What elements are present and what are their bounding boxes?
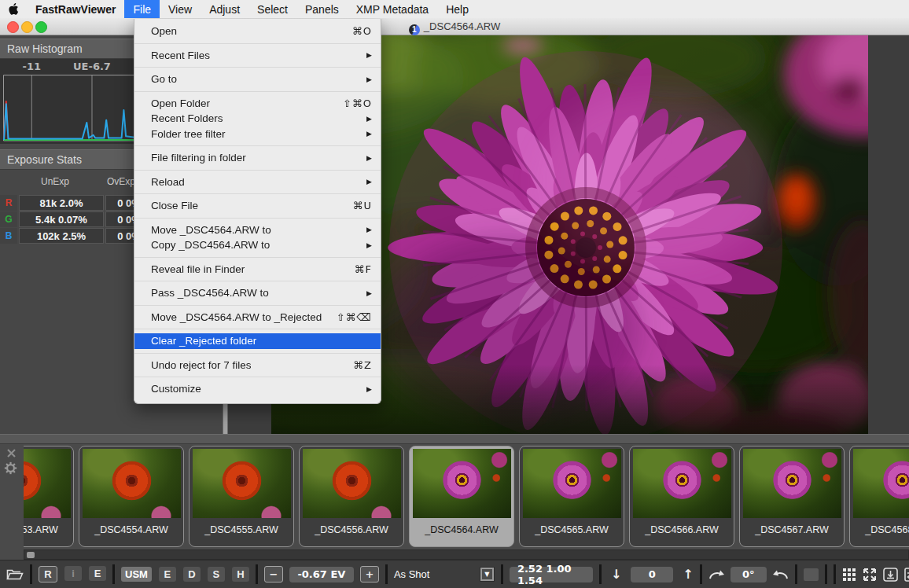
- menu-item-recent-files[interactable]: Recent Files▶: [134, 48, 381, 64]
- toolbar-separator: [599, 564, 602, 584]
- filmstrip-thumb-dsc4565-arw[interactable]: _DSC4565.ARW: [519, 446, 624, 547]
- toolbar-separator: [795, 564, 797, 584]
- thumbnail-image: [853, 449, 909, 518]
- thumbnail-filename: _DSC4556.ARW: [302, 524, 401, 535]
- menu-item-label: Customize: [151, 383, 201, 395]
- export-icon[interactable]: [883, 568, 898, 582]
- menu-item-close-file[interactable]: Close File⌘U: [134, 198, 381, 214]
- menu-item-undo-reject-for-7-files[interactable]: Undo reject for 7 files⌘Z: [134, 358, 381, 373]
- menu-item-label: Copy _DSC4564.ARW to: [151, 239, 270, 251]
- zoom-button[interactable]: [35, 21, 47, 33]
- menu-item-reveal-file-in-finder[interactable]: Reveal file in Finder⌘F: [134, 262, 381, 277]
- dropdown-arrow-button[interactable]: ▼: [480, 567, 495, 582]
- menu-item-label: Reveal file in Finder: [151, 263, 245, 275]
- menubar-item-fastrawviewer[interactable]: FastRawViewer: [27, 0, 124, 18]
- menu-item-pass-dsc4564-arw-to[interactable]: Pass _DSC4564.ARW to▶: [134, 285, 381, 301]
- filmstrip-thumb-dsc4554-arw[interactable]: _DSC4554.ARW: [79, 446, 184, 547]
- thumbnail-image: [413, 449, 511, 518]
- menu-shortcut: ⇧⌘O: [343, 97, 372, 109]
- document-badge-icon: 1: [409, 24, 420, 35]
- rating-value-field[interactable]: 0: [631, 567, 673, 582]
- grid-view-icon[interactable]: [842, 568, 856, 582]
- filmstrip-thumb-dsc4555-arw[interactable]: _DSC4555.ARW: [189, 446, 294, 547]
- menubar-item-adjust[interactable]: Adjust: [201, 0, 248, 18]
- filmstrip-thumbnails: _DSC4553.ARW_DSC4554.ARW_DSC4555.ARW_DSC…: [24, 446, 909, 549]
- filmstrip-thumb-dsc4553-arw[interactable]: _DSC4553.ARW: [24, 446, 74, 547]
- menu-shortcut: ⇧⌘⌫: [337, 311, 372, 323]
- view-e-button[interactable]: E: [159, 567, 176, 582]
- menu-item-label: File filtering in folder: [151, 152, 246, 164]
- toolbar-separator: [30, 564, 32, 584]
- column-header-unexp: UnExp: [41, 176, 69, 187]
- filmstrip-thumb-dsc4568-arw[interactable]: _DSC4568.ARW: [849, 446, 909, 547]
- menu-item-open-folder[interactable]: Open Folder⇧⌘O: [134, 96, 381, 112]
- toolbar-separator: [112, 564, 115, 584]
- submenu-arrow-icon: ▶: [366, 115, 372, 123]
- menu-item-folder-tree-filter[interactable]: Folder tree filter▶: [134, 127, 381, 142]
- thumbnail-filename: _DSC4554.ARW: [82, 524, 181, 535]
- open-folder-icon[interactable]: [6, 568, 24, 580]
- menu-item-clear-rejected-folder[interactable]: Clear _Rejected folder: [134, 333, 381, 349]
- ev-value-field[interactable]: -0.67 EV: [289, 567, 354, 582]
- apple-logo-icon: [9, 3, 19, 15]
- menu-item-label: Move _DSC4564.ARW to _Rejected: [151, 311, 322, 323]
- ev-minus-button[interactable]: −: [264, 566, 283, 582]
- e-button[interactable]: E: [89, 566, 106, 581]
- view-s-button[interactable]: S: [208, 567, 225, 582]
- ev-plus-button[interactable]: +: [360, 566, 379, 582]
- minimize-button[interactable]: [21, 21, 33, 33]
- panel-toggle-icon[interactable]: [904, 568, 909, 582]
- menu-item-go-to[interactable]: Go to▶: [134, 72, 381, 87]
- filmstrip-close-icon[interactable]: [6, 448, 17, 458]
- view-d-button[interactable]: D: [183, 567, 201, 582]
- menu-item-customize[interactable]: Customize▶: [134, 381, 381, 397]
- submenu-arrow-icon: ▶: [366, 241, 372, 249]
- filmstrip-scrollbar[interactable]: [24, 549, 909, 560]
- rotate-ccw-icon[interactable]: [771, 569, 789, 580]
- menu-item-open[interactable]: Open⌘O: [134, 24, 381, 39]
- filmstrip-thumb-dsc4567-arw[interactable]: _DSC4567.ARW: [739, 446, 845, 547]
- menubar-item-panels[interactable]: Panels: [296, 0, 348, 18]
- i-button[interactable]: i: [64, 566, 82, 581]
- menu-item-move-dsc4564-arw-to[interactable]: Move _DSC4564.ARW to▶: [134, 222, 381, 238]
- view-usm-button[interactable]: USM: [121, 567, 152, 582]
- menu-item-copy-dsc4564-arw-to[interactable]: Copy _DSC4564.ARW to▶: [134, 237, 381, 253]
- menu-item-label: Recent Folders: [151, 112, 223, 124]
- fullscreen-icon[interactable]: [863, 568, 877, 582]
- menu-item-recent-folders[interactable]: Recent Folders▶: [134, 111, 381, 127]
- menu-item-reload[interactable]: Reload▶: [134, 175, 381, 190]
- view-h-button[interactable]: H: [232, 567, 249, 582]
- filmstrip-thumb-dsc4564-arw[interactable]: _DSC4564.ARW: [409, 446, 514, 547]
- menu-shortcut: ⌘Z: [353, 359, 372, 371]
- rating-down-button[interactable]: ↓: [611, 567, 621, 582]
- filmstrip-thumb-dsc4556-arw[interactable]: _DSC4556.ARW: [299, 446, 404, 547]
- menubar-item-file[interactable]: File: [124, 0, 160, 18]
- unexp-value: 81k 2.0%: [19, 195, 104, 211]
- rotate-cw-icon[interactable]: [708, 569, 726, 580]
- thumbnail-image: [83, 449, 181, 518]
- thumbnail-image: [743, 449, 841, 518]
- menu-item-file-filtering-in-folder[interactable]: File filtering in folder▶: [134, 150, 381, 166]
- white-balance-dropdown[interactable]: As Shot ▼: [394, 567, 495, 582]
- r-button[interactable]: R: [39, 566, 57, 582]
- filmstrip-scrollbar-thumb[interactable]: [27, 552, 35, 558]
- menu-item-move-dsc4564-arw-to-rejected[interactable]: Move _DSC4564.ARW to _Rejected⇧⌘⌫: [134, 310, 381, 325]
- filmstrip-settings-icon[interactable]: [4, 461, 17, 478]
- apple-menu[interactable]: [0, 0, 27, 18]
- menu-item-label: Undo reject for 7 files: [151, 359, 252, 371]
- menu-item-label: Go to: [151, 73, 177, 85]
- menubar-item-help[interactable]: Help: [437, 0, 477, 18]
- blank-button[interactable]: [804, 568, 819, 581]
- wb-multipliers-field[interactable]: 2.52 1.00 1.54: [510, 567, 593, 582]
- menubar-item-view[interactable]: View: [160, 0, 201, 18]
- menu-item-label: Close File: [151, 200, 198, 211]
- close-button[interactable]: [7, 21, 19, 33]
- thumbnail-filename: _DSC4566.ARW: [632, 524, 731, 535]
- rating-up-button[interactable]: ↑: [683, 567, 693, 582]
- menubar-item-xmp-metadata[interactable]: XMP Metadata: [348, 0, 437, 18]
- filmstrip-thumb-dsc4566-arw[interactable]: _DSC4566.ARW: [629, 446, 734, 547]
- rotation-angle-field[interactable]: 0°: [731, 567, 767, 582]
- menubar-item-select[interactable]: Select: [248, 0, 296, 18]
- unexp-value: 5.4k 0.07%: [19, 211, 104, 227]
- thumbnail-filename: _DSC4567.ARW: [742, 524, 841, 535]
